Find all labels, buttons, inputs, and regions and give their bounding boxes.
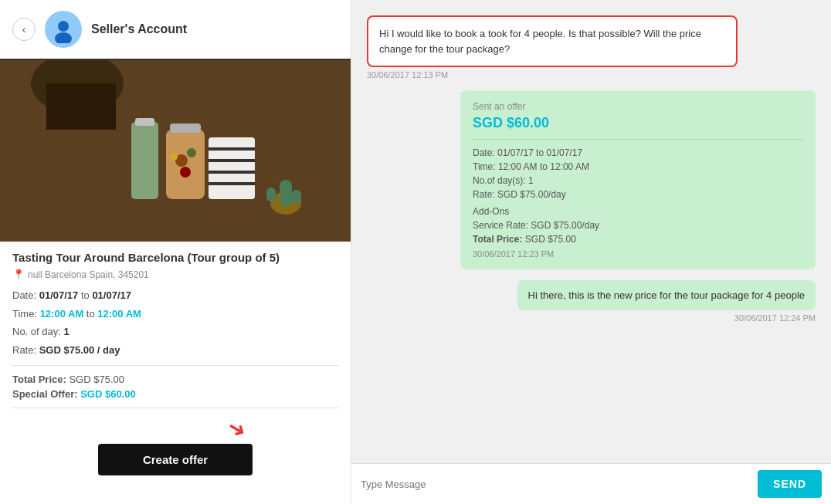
svg-rect-14 xyxy=(209,137,255,199)
offer-addons-label: Add-Ons xyxy=(473,206,803,217)
buyer-message: Hi I would like to book a took for 4 peo… xyxy=(367,15,738,79)
avatar-icon xyxy=(49,15,77,43)
left-panel: ‹ Seller's Account xyxy=(0,0,351,504)
buyer-message-text: Hi I would like to book a took for 4 peo… xyxy=(379,28,701,55)
offer-total: Total Price: SGD $75.00 xyxy=(473,234,803,245)
left-header: ‹ Seller's Account xyxy=(0,0,351,60)
buyer-message-time: 30/06/2017 12:13 PM xyxy=(367,70,738,79)
svg-rect-21 xyxy=(266,188,276,201)
send-button[interactable]: SEND xyxy=(758,470,822,498)
svg-rect-9 xyxy=(170,123,201,133)
arrow-container: ➜ xyxy=(12,416,338,439)
chat-input-row: SEND xyxy=(351,463,831,504)
svg-rect-6 xyxy=(131,122,158,199)
seller-bubble: Hi there, this is the new price for the … xyxy=(517,280,816,310)
product-image xyxy=(0,60,351,242)
create-offer-button[interactable]: Create offer xyxy=(98,444,253,475)
svg-point-12 xyxy=(170,153,178,161)
right-panel: Hi I would like to book a took for 4 peo… xyxy=(351,0,831,504)
product-location: 📍 null Barcelona Spain, 345201 xyxy=(12,269,338,280)
seller-message-time: 30/06/2017 12:24 PM xyxy=(517,313,816,323)
svg-rect-5 xyxy=(46,83,116,130)
seller-message-text: Hi there, this is the new price for the … xyxy=(528,289,805,301)
product-divider xyxy=(12,365,338,366)
red-arrow-icon: ➜ xyxy=(222,413,250,444)
offer-card-divider xyxy=(473,139,803,140)
avatar xyxy=(45,11,82,48)
product-image-svg xyxy=(0,60,351,242)
product-time: Time: 12:00 AM to 12:00 AM xyxy=(12,306,338,322)
product-days: No. of day: 1 xyxy=(12,324,338,340)
offer-days: No.of day(s): 1 xyxy=(473,175,803,186)
offer-card: Sent an offer SGD $60.00 Date: 01/07/17 … xyxy=(460,90,816,269)
product-info: Tasting Tour Around Barcelona (Tour grou… xyxy=(0,242,351,504)
back-icon: ‹ xyxy=(22,23,26,36)
offer-divider xyxy=(12,408,338,408)
offer-service-rate: Service Rate: SGD $75.00/day xyxy=(473,220,803,231)
svg-point-13 xyxy=(180,167,191,178)
svg-rect-7 xyxy=(135,118,154,126)
chat-input[interactable] xyxy=(361,479,751,490)
offer-amount: SGD $60.00 xyxy=(473,115,803,131)
svg-rect-20 xyxy=(280,180,292,207)
product-rate: Rate: SGD $75.00 / day xyxy=(12,343,338,358)
offer-time: Time: 12:00 AM to 12:00 AM xyxy=(473,161,803,172)
offer-date: Date: 01/07/17 to 01/07/17 xyxy=(473,147,803,158)
offer-time-sent: 30/06/2017 12:23 PM xyxy=(473,249,803,259)
offer-rate: Rate: SGD $75.00/day xyxy=(473,189,803,200)
location-icon: 📍 xyxy=(12,269,25,280)
product-title: Tasting Tour Around Barcelona (Tour grou… xyxy=(12,251,338,264)
product-date: Date: 01/07/17 to 01/07/17 xyxy=(12,288,338,303)
back-button[interactable]: ‹ xyxy=(12,18,36,41)
svg-rect-22 xyxy=(292,190,301,204)
seller-name: Seller's Account xyxy=(91,22,187,36)
buyer-bubble: Hi I would like to book a took for 4 peo… xyxy=(367,15,738,67)
product-special-offer: Special Offer: SGD $60.00 xyxy=(12,388,338,400)
product-total: Total Price: SGD $75.00 xyxy=(12,374,338,385)
svg-point-1 xyxy=(58,21,69,32)
offer-sent-label: Sent an offer xyxy=(473,101,803,112)
svg-point-11 xyxy=(187,148,196,157)
chat-area: Hi I would like to book a took for 4 peo… xyxy=(351,0,831,463)
seller-message: Hi there, this is the new price for the … xyxy=(517,280,816,323)
